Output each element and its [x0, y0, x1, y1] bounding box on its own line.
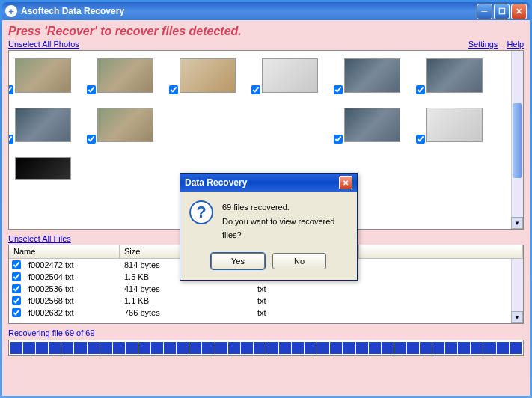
app-icon: +: [5, 5, 17, 17]
photo-checkbox[interactable]: [8, 85, 13, 94]
file-ext: txt: [253, 284, 271, 293]
photo-thumb: [262, 58, 318, 93]
file-checkbox[interactable]: [12, 308, 21, 317]
dialog-line1: 69 files recovered.: [222, 200, 348, 215]
file-checkbox[interactable]: [12, 284, 21, 293]
settings-link[interactable]: Settings: [468, 40, 498, 49]
photo-item[interactable]: [426, 108, 483, 142]
close-button[interactable]: ✕: [511, 4, 527, 19]
photo-item[interactable]: [15, 108, 71, 142]
photo-thumb: [15, 58, 71, 93]
photo-checkbox[interactable]: [334, 85, 343, 94]
photo-item[interactable]: [15, 58, 71, 93]
unselect-all-photos-link[interactable]: Unselect All Photos: [8, 40, 79, 49]
photo-checkbox[interactable]: [169, 85, 178, 94]
photo-item[interactable]: [344, 58, 400, 93]
photo-checkbox[interactable]: [87, 135, 96, 144]
dialog-line2: Do you want to view recovered files?: [222, 215, 348, 242]
photo-item[interactable]: [15, 157, 71, 180]
content-area: Press 'Recover' to recover files detecte…: [2, 20, 530, 396]
photo-thumb: [426, 58, 483, 93]
help-link[interactable]: Help: [507, 40, 524, 49]
file-row[interactable]: f0002632.txt766 bytestxt: [9, 307, 523, 319]
photo-item[interactable]: [426, 58, 483, 93]
dialog-title-text: Data Recovery: [185, 177, 247, 188]
dialog-close-button[interactable]: ✕: [339, 176, 352, 189]
file-checkbox[interactable]: [12, 260, 21, 269]
photo-checkbox[interactable]: [87, 85, 96, 94]
status-text: Recovering file 69 of 69: [8, 328, 524, 337]
photo-scrollbar[interactable]: [511, 51, 523, 229]
photo-item[interactable]: [97, 108, 153, 142]
photo-item[interactable]: [97, 58, 153, 93]
unselect-all-files-link[interactable]: Unselect All Files: [8, 234, 71, 243]
photo-checkbox[interactable]: [334, 135, 343, 144]
question-icon: ?: [189, 200, 213, 224]
file-ext: txt: [253, 296, 271, 305]
scroll-thumb[interactable]: [513, 103, 522, 178]
file-ext: txt: [253, 308, 271, 317]
photo-thumb: [344, 108, 400, 142]
file-row[interactable]: f0002536.txt414 bytestxt: [9, 283, 523, 295]
minimize-button[interactable]: ─: [477, 4, 492, 19]
file-size: 766 bytes: [120, 308, 253, 317]
file-name: f0002568.txt: [24, 296, 120, 305]
dialog-message: 69 files recovered. Do you want to view …: [222, 200, 348, 242]
photo-thumb: [97, 58, 153, 93]
file-name: f0002472.txt: [24, 260, 120, 269]
file-name: f0002504.txt: [24, 272, 120, 281]
file-name: f0002632.txt: [24, 308, 120, 317]
photo-item[interactable]: [344, 108, 400, 142]
yes-button[interactable]: Yes: [211, 253, 265, 269]
photo-thumb: [15, 108, 71, 142]
col-header-name[interactable]: Name: [9, 245, 120, 258]
file-size: 414 bytes: [120, 284, 253, 293]
file-checkbox[interactable]: [12, 272, 21, 281]
file-scroll-down-button[interactable]: ▼: [511, 311, 523, 323]
maximize-button[interactable]: ☐: [494, 4, 510, 19]
file-row[interactable]: f0002568.txt1.1 KBtxt: [9, 295, 523, 307]
photo-item[interactable]: [180, 58, 236, 93]
photo-thumb: [97, 108, 153, 142]
photo-item[interactable]: [262, 58, 318, 93]
file-checkbox[interactable]: [12, 296, 21, 305]
progress-bar: [8, 340, 524, 356]
file-size: 1.1 KB: [120, 296, 253, 305]
dialog: Data Recovery ✕ ? 69 files recovered. Do…: [180, 173, 358, 281]
photo-thumb: [180, 58, 236, 93]
photo-checkbox[interactable]: [416, 135, 425, 144]
dialog-titlebar: Data Recovery ✕: [180, 174, 357, 192]
photo-checkbox[interactable]: [8, 135, 13, 144]
photo-checkbox[interactable]: [416, 85, 425, 94]
photo-thumb: [344, 58, 400, 93]
scroll-down-button[interactable]: ▼: [511, 217, 523, 229]
app-title: Asoftech Data Recovery: [21, 6, 124, 16]
photo-thumb: [426, 108, 483, 142]
file-name: f0002536.txt: [24, 284, 120, 293]
photo-checkbox[interactable]: [251, 85, 260, 94]
titlebar: + Asoftech Data Recovery ─ ☐ ✕: [2, 2, 530, 20]
instruction-text: Press 'Recover' to recover files detecte…: [8, 25, 524, 38]
no-button[interactable]: No: [272, 253, 326, 269]
col-header-rest[interactable]: [359, 245, 523, 258]
photo-thumb: [15, 157, 71, 180]
app-window: + Asoftech Data Recovery ─ ☐ ✕ Press 'Re…: [0, 0, 532, 398]
